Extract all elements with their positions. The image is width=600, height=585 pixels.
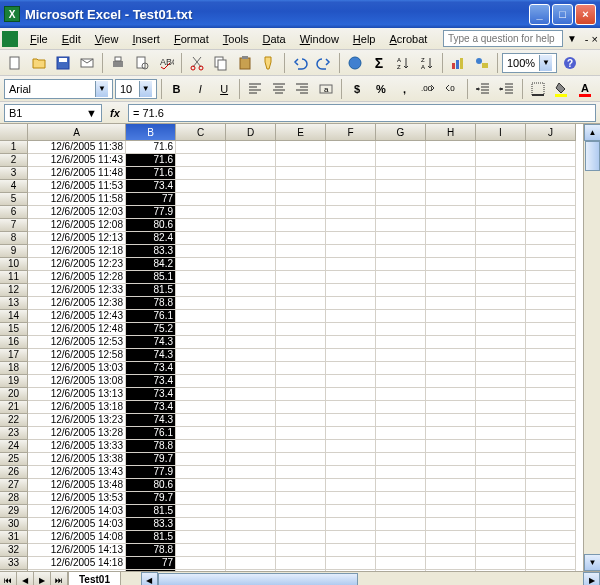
cell[interactable]: 73.4 bbox=[126, 401, 176, 414]
cell[interactable] bbox=[276, 154, 326, 167]
cell[interactable]: 12/6/2005 12:28 bbox=[28, 271, 126, 284]
sheet-tab[interactable]: Test01 bbox=[68, 572, 121, 586]
cell[interactable] bbox=[526, 427, 576, 440]
cell[interactable] bbox=[226, 531, 276, 544]
cell[interactable]: 78.8 bbox=[126, 544, 176, 557]
cell[interactable] bbox=[176, 310, 226, 323]
comma-button[interactable]: , bbox=[394, 78, 416, 100]
cell[interactable] bbox=[476, 505, 526, 518]
cell[interactable] bbox=[476, 219, 526, 232]
row-header[interactable]: 17 bbox=[0, 349, 28, 362]
cell[interactable] bbox=[526, 401, 576, 414]
cell[interactable] bbox=[176, 284, 226, 297]
menu-edit[interactable]: Edit bbox=[55, 31, 88, 47]
col-header-I[interactable]: I bbox=[476, 124, 526, 141]
cell[interactable] bbox=[326, 544, 376, 557]
row-header[interactable]: 10 bbox=[0, 258, 28, 271]
cell[interactable]: 85.1 bbox=[126, 271, 176, 284]
cell[interactable] bbox=[226, 167, 276, 180]
cell[interactable] bbox=[276, 271, 326, 284]
formula-input[interactable]: = 71.6 bbox=[128, 104, 596, 122]
cell[interactable]: 12/6/2005 13:43 bbox=[28, 466, 126, 479]
col-header-D[interactable]: D bbox=[226, 124, 276, 141]
row-header[interactable]: 21 bbox=[0, 401, 28, 414]
cell[interactable] bbox=[426, 466, 476, 479]
cell[interactable] bbox=[526, 531, 576, 544]
cell[interactable] bbox=[176, 141, 226, 154]
autosum-icon[interactable]: Σ bbox=[368, 52, 390, 74]
cell[interactable] bbox=[176, 245, 226, 258]
cell[interactable] bbox=[526, 310, 576, 323]
cell[interactable] bbox=[376, 362, 426, 375]
cell[interactable] bbox=[476, 258, 526, 271]
cell[interactable] bbox=[476, 349, 526, 362]
merge-center-icon[interactable]: a bbox=[315, 78, 337, 100]
cell[interactable]: 12/6/2005 13:13 bbox=[28, 388, 126, 401]
cell[interactable]: 76.1 bbox=[126, 427, 176, 440]
cell[interactable] bbox=[426, 453, 476, 466]
cell[interactable]: 73.4 bbox=[126, 388, 176, 401]
cell[interactable] bbox=[326, 505, 376, 518]
cell[interactable] bbox=[176, 505, 226, 518]
cell[interactable] bbox=[326, 349, 376, 362]
row-header[interactable]: 12 bbox=[0, 284, 28, 297]
cell[interactable] bbox=[376, 440, 426, 453]
hyperlink-icon[interactable] bbox=[344, 52, 366, 74]
tab-nav-prev[interactable]: ◀ bbox=[17, 572, 34, 586]
cell[interactable] bbox=[326, 219, 376, 232]
cell[interactable] bbox=[176, 518, 226, 531]
cell[interactable] bbox=[476, 375, 526, 388]
col-header-H[interactable]: H bbox=[426, 124, 476, 141]
cell[interactable]: 78.8 bbox=[126, 297, 176, 310]
cell[interactable]: 12/6/2005 11:38 bbox=[28, 141, 126, 154]
cell[interactable] bbox=[276, 245, 326, 258]
cell[interactable] bbox=[226, 258, 276, 271]
cell[interactable] bbox=[476, 479, 526, 492]
cell[interactable]: 81.5 bbox=[126, 505, 176, 518]
cell[interactable] bbox=[526, 219, 576, 232]
cell[interactable] bbox=[326, 440, 376, 453]
cell[interactable] bbox=[376, 258, 426, 271]
cell[interactable] bbox=[526, 440, 576, 453]
row-header[interactable]: 31 bbox=[0, 531, 28, 544]
row-header[interactable]: 11 bbox=[0, 271, 28, 284]
cell[interactable] bbox=[426, 167, 476, 180]
tab-nav-last[interactable]: ⏭ bbox=[51, 572, 68, 586]
new-icon[interactable] bbox=[4, 52, 26, 74]
cell[interactable] bbox=[376, 505, 426, 518]
align-center-icon[interactable] bbox=[268, 78, 290, 100]
cell[interactable]: 80.6 bbox=[126, 219, 176, 232]
cell[interactable] bbox=[326, 531, 376, 544]
cell[interactable] bbox=[526, 362, 576, 375]
cell[interactable] bbox=[426, 180, 476, 193]
cell[interactable] bbox=[476, 466, 526, 479]
cell[interactable] bbox=[276, 466, 326, 479]
cell[interactable] bbox=[476, 180, 526, 193]
paste-icon[interactable] bbox=[234, 52, 256, 74]
decrease-decimal-icon[interactable]: .0 bbox=[441, 78, 463, 100]
cell[interactable] bbox=[476, 154, 526, 167]
cell[interactable] bbox=[526, 518, 576, 531]
cell[interactable] bbox=[176, 167, 226, 180]
cell[interactable] bbox=[176, 401, 226, 414]
cell[interactable] bbox=[426, 544, 476, 557]
cell[interactable] bbox=[376, 466, 426, 479]
cell[interactable] bbox=[276, 401, 326, 414]
cell[interactable] bbox=[426, 531, 476, 544]
cell[interactable] bbox=[426, 336, 476, 349]
cell[interactable] bbox=[426, 297, 476, 310]
cell[interactable] bbox=[426, 284, 476, 297]
cell[interactable] bbox=[226, 414, 276, 427]
cell[interactable] bbox=[376, 271, 426, 284]
cell[interactable] bbox=[276, 284, 326, 297]
cell[interactable] bbox=[276, 453, 326, 466]
scroll-up-button[interactable]: ▲ bbox=[584, 124, 600, 141]
cell[interactable] bbox=[476, 362, 526, 375]
cell[interactable]: 12/6/2005 13:38 bbox=[28, 453, 126, 466]
decrease-indent-icon[interactable] bbox=[472, 78, 494, 100]
cell[interactable]: 76.1 bbox=[126, 310, 176, 323]
cell[interactable] bbox=[326, 258, 376, 271]
cell[interactable]: 71.6 bbox=[126, 141, 176, 154]
cell[interactable] bbox=[226, 271, 276, 284]
cell[interactable] bbox=[276, 180, 326, 193]
